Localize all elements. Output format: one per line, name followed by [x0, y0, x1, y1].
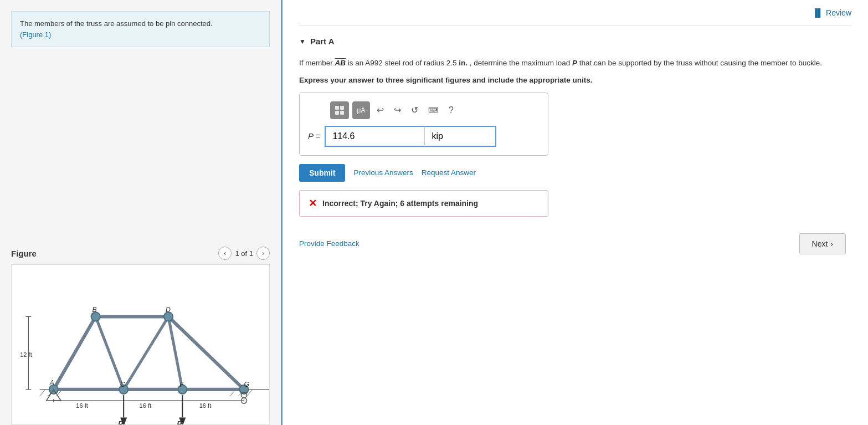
info-text: The members of the truss are assumed to …: [20, 19, 213, 28]
figure-link[interactable]: (Figure 1): [20, 30, 51, 39]
feedback-box: ✕ Incorrect; Try Again; 6 attempts remai…: [299, 190, 548, 217]
review-link[interactable]: ▐▌ Review: [812, 8, 851, 17]
answer-row: P =: [308, 126, 540, 147]
review-icon: ▐▌: [812, 8, 823, 17]
svg-rect-52: [335, 111, 339, 115]
svg-text:16 ft: 16 ft: [76, 402, 88, 409]
feedback-text: Incorrect; Try Again; 6 attempts remaini…: [322, 199, 478, 208]
figure-prev-button[interactable]: ‹: [218, 247, 232, 260]
svg-text:P: P: [118, 419, 123, 424]
svg-rect-50: [335, 106, 339, 110]
svg-text:G: G: [244, 381, 249, 388]
refresh-button[interactable]: ↺: [408, 103, 422, 117]
keyboard-button[interactable]: ⌨: [425, 104, 442, 116]
svg-text:16 ft: 16 ft: [199, 402, 212, 409]
svg-text:D: D: [166, 306, 171, 314]
info-box: The members of the truss are assumed to …: [11, 11, 270, 47]
figure-section: Figure ‹ 1 of 1 ›: [11, 247, 270, 425]
svg-text:C: C: [120, 381, 125, 388]
request-answer-link[interactable]: Request Answer: [422, 168, 476, 177]
part-chevron-icon: ▼: [299, 38, 306, 45]
svg-text:P: P: [177, 419, 182, 424]
unit-input[interactable]: [424, 126, 496, 147]
svg-text:B: B: [93, 306, 97, 314]
bold-instruction: Express your answer to three significant…: [299, 76, 851, 84]
value-input[interactable]: [325, 126, 424, 147]
top-divider: [299, 25, 851, 25]
right-panel: ▐▌ Review ▼ Part A If member AB is an A9…: [283, 0, 868, 425]
svg-text:A: A: [49, 379, 54, 387]
figure-next-button[interactable]: ›: [256, 247, 270, 260]
actions-row: Submit Previous Answers Request Answer: [299, 164, 851, 182]
mu-button[interactable]: μA: [352, 101, 370, 119]
bottom-bar: Provide Feedback Next ›: [299, 233, 851, 254]
matrix-button[interactable]: [330, 101, 349, 119]
part-header: ▼ Part A: [299, 37, 851, 46]
figure-image: 12 ft 16 ft 16 ft 16 ft: [11, 264, 270, 425]
submit-button[interactable]: Submit: [299, 164, 345, 182]
redo-button[interactable]: ↪: [391, 103, 404, 117]
error-icon: ✕: [309, 197, 317, 209]
svg-line-1: [40, 390, 45, 396]
question-text: If member AB is an A992 steel rod of rad…: [299, 57, 851, 69]
figure-header: Figure ‹ 1 of 1 ›: [11, 247, 270, 260]
provide-feedback-link[interactable]: Provide Feedback: [299, 239, 359, 248]
svg-text:12 ft: 12 ft: [20, 351, 32, 358]
next-icon: ›: [830, 239, 833, 248]
part-label: Part A: [310, 37, 335, 46]
figure-page: 1 of 1: [235, 249, 253, 258]
undo-button[interactable]: ↩: [373, 103, 387, 117]
next-button[interactable]: Next ›: [799, 233, 846, 254]
svg-line-28: [124, 316, 168, 389]
previous-answers-link[interactable]: Previous Answers: [353, 168, 413, 177]
p-label: P =: [308, 131, 320, 141]
svg-rect-53: [340, 111, 344, 115]
svg-text:16 ft: 16 ft: [139, 402, 151, 409]
help-button[interactable]: ?: [445, 103, 457, 117]
next-label: Next: [812, 239, 828, 248]
toolbar: μA ↩ ↪ ↺ ⌨ ?: [308, 101, 540, 119]
svg-text:F: F: [179, 381, 184, 388]
figure-title: Figure: [11, 249, 37, 258]
svg-rect-51: [340, 106, 344, 110]
svg-line-27: [96, 316, 124, 389]
answer-box: μA ↩ ↪ ↺ ⌨ ? P =: [299, 93, 548, 156]
left-panel: The members of the truss are assumed to …: [0, 0, 283, 425]
svg-line-24: [54, 316, 96, 389]
figure-nav: ‹ 1 of 1 ›: [218, 247, 270, 260]
